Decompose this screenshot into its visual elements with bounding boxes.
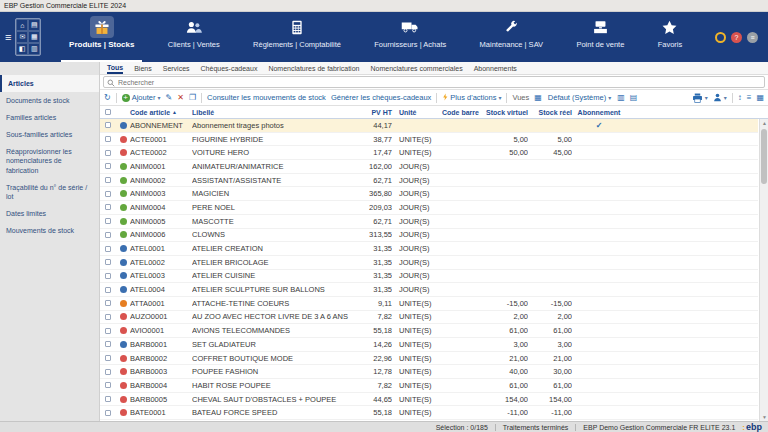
nav-tab-point-de-vente[interactable]: Point de vente — [568, 12, 632, 62]
scroll-down-icon[interactable]: ▼ — [760, 414, 768, 420]
header-unite[interactable]: Unité — [392, 106, 438, 118]
table-row[interactable]: BARB0002 COFFRET BOUTIQUE MODE 22,96 UNI… — [100, 352, 758, 366]
sidebar-item-sous-familles-articles[interactable]: Sous-familles articles — [0, 126, 99, 143]
sidebar-item-mouvements-de-stock[interactable]: Mouvements de stock — [0, 222, 99, 239]
row-checkbox[interactable] — [105, 382, 111, 388]
table-row[interactable]: AVIO0001 AVIONS TELECOMMANDES 55,18 UNIT… — [100, 324, 758, 338]
consult-stock-movements-button[interactable]: Consulter les mouvements de stock — [207, 93, 326, 102]
header-pv-ht[interactable]: PV HT — [352, 106, 392, 118]
subtab-services[interactable]: Services — [163, 62, 190, 74]
table-row[interactable]: BARB0004 HABIT ROSE POUPEE 7,82 UNITE(S)… — [100, 379, 758, 393]
subtab-nomenclatures-fabrication[interactable]: Nomenclatures de fabrication — [268, 62, 359, 74]
scrollbar-thumb[interactable] — [761, 129, 767, 184]
table-row[interactable]: ANIM0005 MASCOTTE 62,71 JOUR(S) — [100, 215, 758, 229]
table-row[interactable]: ACTE0002 VOITURE HERO 17,47 UNITE(S) 50,… — [100, 146, 758, 160]
edit-icon[interactable]: ✎ — [165, 93, 172, 102]
mail-icon[interactable]: ✉ — [16, 31, 28, 43]
header-stock-reel[interactable]: Stock réel — [528, 106, 572, 118]
row-checkbox[interactable] — [105, 218, 111, 224]
row-checkbox[interactable] — [105, 396, 111, 402]
table-row[interactable]: ABONNEMENT Abonnement tirages photos 44,… — [100, 119, 758, 133]
table-row[interactable]: BARB0001 SET GLADIATEUR 14,26 UNITE(S) 3… — [100, 338, 758, 352]
table-row[interactable]: ANIM0004 PERE NOEL 209,03 JOUR(S) — [100, 201, 758, 215]
subtab-cheques-cadeaux[interactable]: Chèques-cadeaux — [201, 62, 258, 74]
manage-views-icon[interactable]: ▤ — [630, 93, 638, 102]
nav-tab-maintenance-sav[interactable]: Maintenance | SAV — [472, 12, 552, 62]
row-checkbox[interactable] — [105, 163, 111, 169]
table-row[interactable]: ANIM0006 CLOWNS 313,55 JOUR(S) — [100, 229, 758, 243]
nav-tab-reglements-comptabilite[interactable]: Règlements | Comptabilité — [245, 12, 349, 62]
row-checkbox[interactable] — [105, 341, 111, 347]
table-row[interactable]: ANIM0003 MAGICIEN 365,80 JOUR(S) — [100, 187, 758, 201]
refresh-icon[interactable]: ↻ — [104, 93, 111, 102]
vertical-scrollbar[interactable]: ▲ ▼ — [759, 119, 768, 421]
views-dropdown[interactable]: Défaut (Système) ▾ — [547, 92, 612, 103]
calendar-icon[interactable]: ▥ — [28, 43, 40, 55]
nav-tab-produits-stocks[interactable]: Produits | Stocks — [61, 12, 142, 62]
select-all-checkbox[interactable] — [105, 109, 111, 115]
table-row[interactable]: ATEL0003 ATELIER CUISINE 31,35 JOUR(S) — [100, 270, 758, 284]
header-stock-virtuel[interactable]: Stock virtuel — [480, 106, 528, 118]
row-checkbox[interactable] — [105, 191, 111, 197]
row-checkbox[interactable] — [105, 150, 111, 156]
table-row[interactable]: ANIM0002 ASSISTANT/ASSISTANTE 62,71 JOUR… — [100, 174, 758, 188]
subtab-biens[interactable]: Biens — [134, 62, 152, 74]
table-row[interactable]: ATEL0004 ATELIER SCULPTURE SUR BALLONS 3… — [100, 283, 758, 297]
nav-tab-fournisseurs-achats[interactable]: Fournisseurs | Achats — [366, 12, 454, 62]
sidebar-item-familles-articles[interactable]: Familles articles — [0, 109, 99, 126]
scroll-up-icon[interactable]: ▲ — [760, 120, 768, 126]
sort-icon[interactable]: ↕ — [738, 93, 742, 102]
header-code-barre[interactable]: Code barre — [438, 106, 480, 118]
export-button[interactable]: ▾ — [713, 93, 727, 102]
grid-icon[interactable]: ▦ — [28, 31, 40, 43]
save-view-icon[interactable]: ▥ — [617, 93, 625, 102]
sidebar-item-dates-limites[interactable]: Dates limites — [0, 205, 99, 222]
delete-icon[interactable]: ✕ — [177, 93, 184, 102]
sidebar-item-articles[interactable]: Articles — [0, 75, 99, 92]
table-row[interactable]: BATE0001 BATEAU FORCE SPEED 55,18 UNITE(… — [100, 406, 758, 420]
row-checkbox[interactable] — [105, 410, 111, 416]
row-checkbox[interactable] — [105, 314, 111, 320]
table-row[interactable]: ACTE0001 FIGURINE HYBRIDE 38,77 UNITE(S)… — [100, 133, 758, 147]
print-button[interactable]: ▾ — [692, 93, 708, 103]
profile-icon[interactable]: ≡ — [747, 32, 758, 43]
sidebar-item-reapprovisionner[interactable]: Réapprovisionner les nomenclatures de fa… — [0, 143, 99, 178]
row-checkbox[interactable] — [105, 232, 111, 238]
table-row[interactable]: BARB0005 CHEVAL SAUT D'OBSTACLES + POUPE… — [100, 393, 758, 407]
row-checkbox[interactable] — [105, 287, 111, 293]
notifications-icon[interactable] — [715, 32, 726, 43]
hamburger-menu-icon[interactable]: ≡ — [5, 31, 11, 43]
table-row[interactable]: AUZO0001 AU ZOO AVEC HECTOR LIVRE DE 3 A… — [100, 311, 758, 325]
generate-gift-cheques-button[interactable]: Générer les chèques-cadeaux — [331, 93, 431, 102]
row-checkbox[interactable] — [105, 273, 111, 279]
header-abonnement[interactable]: Abonnement — [572, 106, 626, 118]
row-checkbox[interactable] — [105, 300, 111, 306]
header-libelle[interactable]: Libellé — [192, 106, 352, 118]
row-checkbox[interactable] — [105, 204, 111, 210]
row-checkbox[interactable] — [105, 136, 111, 142]
row-checkbox[interactable] — [105, 177, 111, 183]
report-icon[interactable]: ◧ — [16, 43, 28, 55]
table-row[interactable]: BARB0003 POUPEE FASHION 12,78 UNITE(S) 4… — [100, 365, 758, 379]
row-checkbox[interactable] — [105, 369, 111, 375]
add-button[interactable]: + Ajouter ▾ — [122, 93, 161, 102]
row-checkbox[interactable] — [105, 259, 111, 265]
nav-tab-favoris[interactable]: Favoris — [650, 12, 691, 62]
row-checkbox[interactable] — [105, 246, 111, 252]
copy-icon[interactable]: ❐ — [189, 93, 196, 102]
more-actions-button[interactable]: Plus d'actions ▾ — [442, 93, 501, 103]
table-row[interactable]: ATTA0001 ATTACHE-TETINE COEURS 9,11 UNIT… — [100, 297, 758, 311]
sidebar-item-tracabilite[interactable]: Traçabilité du n° de série / lot — [0, 179, 99, 205]
row-checkbox[interactable] — [105, 122, 111, 128]
row-checkbox[interactable] — [105, 328, 111, 334]
table-row[interactable]: ANIM0001 ANIMATEUR/ANIMATRICE 162,00 JOU… — [100, 160, 758, 174]
columns-icon[interactable]: ▦ — [756, 93, 764, 102]
subtab-abonnements[interactable]: Abonnements — [474, 62, 517, 74]
table-row[interactable]: ATEL0001 ATELIER CREATION 31,35 JOUR(S) — [100, 242, 758, 256]
nav-tab-clients-ventes[interactable]: Clients | Ventes — [160, 12, 228, 62]
group-icon[interactable]: ≡ — [747, 93, 752, 102]
header-code-article[interactable]: Code article ▲ — [130, 106, 192, 118]
list-icon[interactable]: ▤ — [28, 19, 40, 31]
table-row[interactable]: ATEL0002 ATELIER BRICOLAGE 31,35 JOUR(S) — [100, 256, 758, 270]
row-checkbox[interactable] — [105, 355, 111, 361]
